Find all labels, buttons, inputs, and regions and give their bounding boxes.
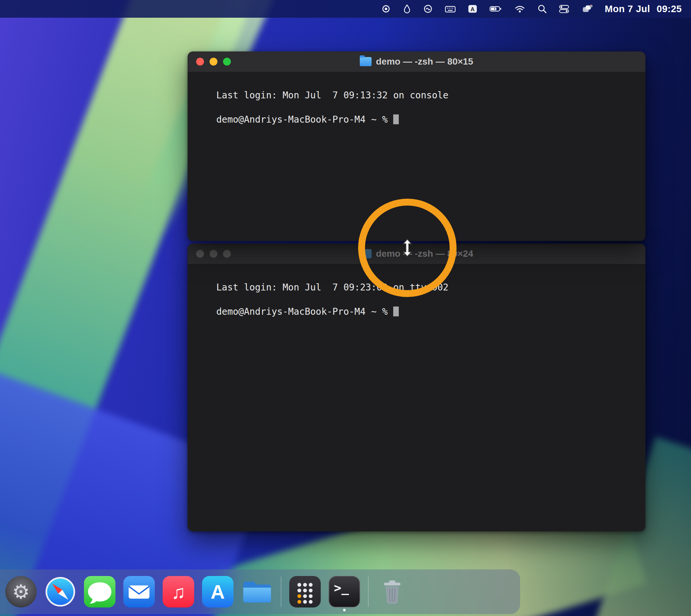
dock-app-store[interactable]: A	[202, 576, 234, 608]
clock-time: 09:25	[656, 4, 682, 15]
running-indicator	[343, 609, 346, 611]
window-title: demo — -zsh — 80×15	[360, 57, 473, 67]
spotlight-search-icon[interactable]	[537, 4, 547, 14]
screen-recording-icon[interactable]	[381, 4, 391, 14]
dock-keypad-app[interactable]	[289, 576, 321, 608]
folder-icon	[360, 57, 372, 66]
terminal-prompt: demo@Andriys-MacBook-Pro-M4 ~ %	[216, 306, 393, 317]
envelope-icon	[123, 576, 155, 608]
battery-icon[interactable]	[489, 4, 502, 14]
dock-terminal[interactable]: >_	[329, 576, 360, 608]
gear-icon: ⚙	[5, 576, 37, 608]
terminal-marker-icon[interactable]	[632, 75, 642, 84]
dock-messages[interactable]	[84, 576, 115, 608]
vertical-resize-cursor-icon	[401, 239, 414, 257]
app-store-a-icon: A	[202, 576, 234, 608]
dock-safari[interactable]	[45, 576, 76, 608]
close-button[interactable]	[196, 58, 204, 66]
menu-bar-clock[interactable]: Mon 7 Jul 09:25	[605, 4, 682, 15]
creative-cloud-icon[interactable]	[423, 4, 433, 14]
menu-bar: A Mon 7 Jul 09:25	[0, 0, 691, 18]
svg-text:A: A	[471, 6, 475, 13]
folder-icon	[241, 576, 273, 608]
window-title-text: demo — -zsh — 80×15	[376, 57, 473, 67]
dock-music[interactable]: ♫	[163, 576, 194, 608]
minimize-button[interactable]	[210, 58, 217, 66]
input-source-icon[interactable]: A	[468, 4, 477, 14]
safari-compass-icon	[45, 576, 76, 608]
keypad-icon	[289, 576, 321, 608]
terminal-cursor	[393, 307, 399, 316]
close-button[interactable]	[196, 250, 204, 258]
dock-folder[interactable]	[241, 576, 273, 608]
traffic-lights	[196, 51, 231, 72]
zoom-button[interactable]	[223, 58, 231, 66]
traffic-lights-inactive	[196, 244, 231, 264]
titlebar-top[interactable]: demo — -zsh — 80×15	[188, 51, 645, 72]
dock-mail[interactable]	[123, 576, 155, 608]
speech-bubble-icon	[84, 576, 115, 608]
clock-date: Mon 7 Jul	[605, 4, 650, 15]
zoom-button[interactable]	[223, 250, 231, 258]
control-center-icon[interactable]	[559, 4, 570, 14]
music-note-icon: ♫	[163, 576, 194, 608]
wifi-icon[interactable]	[514, 4, 525, 14]
minimize-button[interactable]	[210, 250, 217, 258]
dock: ⚙ ♫ A >_	[0, 569, 520, 614]
terminal-content-bottom[interactable]: Last login: Mon Jul 7 09:23:09 on ttys00…	[188, 264, 645, 531]
dock-separator	[281, 577, 281, 607]
keyboard-icon[interactable]	[445, 4, 456, 14]
dock-system-settings[interactable]: ⚙	[5, 576, 37, 608]
droplet-menu-icon[interactable]	[403, 4, 411, 14]
terminal-marker-icon[interactable]	[632, 267, 642, 276]
terminal-line: Last login: Mon Jul 7 09:13:32 on consol…	[216, 90, 448, 101]
terminal-prompt-icon: >_	[329, 576, 360, 608]
screenshot-utility-icon[interactable]	[582, 4, 593, 14]
terminal-prompt: demo@Andriys-MacBook-Pro-M4 ~ %	[216, 114, 393, 125]
dock-separator	[368, 577, 369, 607]
dock-trash[interactable]	[376, 576, 408, 608]
trash-icon	[376, 576, 408, 608]
terminal-cursor	[393, 114, 399, 124]
